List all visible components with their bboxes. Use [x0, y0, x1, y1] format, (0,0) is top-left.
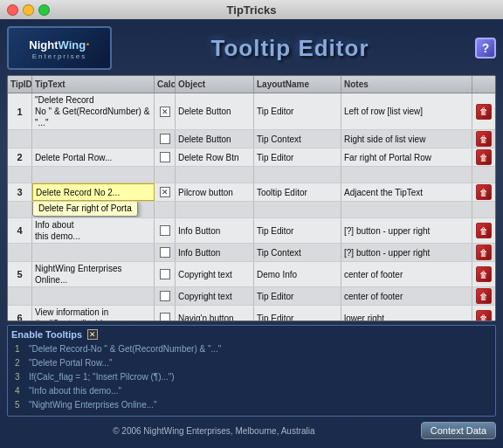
- table-row: Info Button Tip Context [?] button - upp…: [8, 244, 495, 262]
- delete-button[interactable]: 🗑: [476, 184, 492, 200]
- list-item: 5 "NightWing Enterprises Online...": [15, 398, 492, 412]
- calc-checkbox[interactable]: [160, 225, 170, 236]
- cell-notes: [?] button - upper right: [341, 244, 472, 261]
- calc-checkbox[interactable]: [160, 152, 170, 162]
- cell-tiptext: [32, 130, 155, 148]
- cell-tipid: [8, 130, 32, 148]
- maximize-button[interactable]: [38, 4, 50, 16]
- cell-layout: Tooltip Editor: [254, 183, 341, 201]
- cell-tipid: [8, 244, 32, 261]
- cell-calc[interactable]: [155, 306, 176, 320]
- delete-button[interactable]: 🗑: [476, 131, 492, 147]
- cell-notes: center of footer: [341, 287, 472, 305]
- cell-object: Copyright text: [176, 287, 254, 305]
- help-button[interactable]: ?: [475, 38, 496, 59]
- delete-button[interactable]: 🗑: [476, 223, 492, 238]
- cell-layout: Tip Context: [254, 244, 341, 261]
- cell-tipid: 2: [8, 148, 32, 166]
- col-object: Object: [176, 76, 254, 93]
- calc-checkbox[interactable]: [160, 134, 170, 144]
- main-container: NightWing· Enterprises Tooltip Editor ? …: [0, 19, 503, 448]
- cell-layout: Demo Info: [254, 262, 341, 286]
- header-row: NightWing· Enterprises Tooltip Editor ?: [7, 26, 496, 70]
- calc-checkbox[interactable]: [160, 291, 170, 301]
- cell-notes: center of footer: [341, 262, 472, 286]
- cell-tipid: 6: [8, 306, 32, 320]
- cell-tiptext: "Delete Record No " & Get(RecordNumber) …: [32, 93, 155, 129]
- calc-checkbox[interactable]: [160, 247, 170, 258]
- logo: NightWing· Enterprises: [7, 26, 112, 70]
- delete-button[interactable]: 🗑: [476, 288, 492, 304]
- table-row: 1 "Delete Record No " & Get(RecordNumber…: [8, 93, 495, 130]
- cell-calc[interactable]: [155, 218, 176, 243]
- cell-delete[interactable]: 🗑: [472, 93, 495, 129]
- logo-dot: ·: [86, 37, 89, 52]
- cell-calc[interactable]: [155, 262, 176, 286]
- cell-calc[interactable]: [155, 244, 176, 261]
- footer-text: © 2006 NightWing Enterprises, Melbourne,…: [7, 426, 421, 436]
- cell-object: Delete Button: [176, 130, 254, 148]
- cell-object: Copyright text: [176, 262, 254, 286]
- col-actions: [472, 76, 495, 93]
- cell-delete[interactable]: 🗑: [472, 306, 495, 320]
- cell-notes: Adjacent the TipText: [341, 183, 472, 201]
- cell-tipid: 1: [8, 93, 32, 129]
- cell-tiptext: View information in the "Context" table.…: [32, 306, 155, 320]
- cell-delete[interactable]: 🗑: [472, 244, 495, 261]
- tooltip-popup: Delete Far right of Porta: [32, 202, 138, 217]
- enable-checkbox[interactable]: ✕: [87, 329, 98, 340]
- cell-delete[interactable]: 🗑: [472, 130, 495, 148]
- close-button[interactable]: [7, 4, 18, 16]
- bottom-list: 1 "Delete Record-No " & Get(RecordNumber…: [11, 342, 492, 412]
- list-item: 1 "Delete Record-No " & Get(RecordNumber…: [15, 342, 492, 356]
- cell-delete[interactable]: 🗑: [472, 148, 495, 166]
- cell-calc[interactable]: [155, 183, 176, 201]
- delete-button[interactable]: 🗑: [476, 245, 492, 260]
- delete-button[interactable]: 🗑: [476, 266, 492, 282]
- list-item: 4 "Info about this demo...": [15, 384, 492, 398]
- cell-tipid: 4: [8, 218, 32, 243]
- footer-bar: © 2006 NightWing Enterprises, Melbourne,…: [7, 420, 496, 441]
- col-tipid: TipID: [8, 76, 32, 93]
- table-row: 3 Delete Record No 2... Pilcrow button T…: [8, 183, 495, 202]
- minimize-button[interactable]: [23, 4, 34, 16]
- calc-checkbox[interactable]: [160, 107, 170, 117]
- delete-button[interactable]: 🗑: [476, 104, 492, 120]
- cell-delete[interactable]: 🗑: [472, 183, 495, 201]
- col-calc: Calc: [155, 76, 176, 93]
- enable-label: Enable Tooltips: [11, 329, 82, 340]
- calc-checkbox[interactable]: [160, 269, 170, 279]
- title-bar: TipTricks: [0, 0, 503, 19]
- page-title: Tooltip Editor: [112, 35, 468, 62]
- cell-notes: Right side of list view: [341, 130, 472, 148]
- cell-tiptext: [32, 244, 155, 261]
- delete-button[interactable]: 🗑: [476, 310, 492, 320]
- enable-row: Enable Tooltips ✕: [11, 329, 492, 340]
- table-row: 4 Info about this demo... Info Button Ti…: [8, 218, 495, 244]
- cell-calc[interactable]: [155, 287, 176, 305]
- cell-layout: Tip Editor: [254, 218, 341, 243]
- cell-delete[interactable]: 🗑: [472, 262, 495, 286]
- window-controls[interactable]: [7, 4, 50, 16]
- delete-button[interactable]: 🗑: [476, 149, 492, 165]
- data-table: TipID TipText Calc Object LayoutName Not…: [7, 75, 496, 321]
- context-data-button[interactable]: Context Data: [421, 422, 496, 439]
- cell-tipid: 3: [8, 183, 32, 201]
- cell-tiptext: Delete Record No 2...: [32, 183, 155, 201]
- cell-calc[interactable]: [155, 93, 176, 129]
- table-row: Copyright text Tip Editor center of foot…: [8, 287, 495, 306]
- cell-notes: lower right: [341, 306, 472, 320]
- cell-tiptext: Info about this demo...: [32, 218, 155, 243]
- cell-calc[interactable]: [155, 130, 176, 148]
- table-header: TipID TipText Calc Object LayoutName Not…: [8, 76, 495, 93]
- cell-notes: [?] button - upper right: [341, 218, 472, 243]
- table-body: 1 "Delete Record No " & Get(RecordNumber…: [8, 93, 495, 320]
- cell-delete[interactable]: 🗑: [472, 287, 495, 305]
- cell-object: Info Button: [176, 218, 254, 243]
- cell-calc[interactable]: [155, 148, 176, 166]
- table-row: 5 NightWing Enterprises Online... Copyri…: [8, 262, 495, 287]
- calc-checkbox[interactable]: [160, 313, 170, 320]
- cell-delete[interactable]: 🗑: [472, 218, 495, 243]
- calc-checkbox[interactable]: [160, 187, 170, 197]
- cell-notes: Left of row [list view]: [341, 93, 472, 129]
